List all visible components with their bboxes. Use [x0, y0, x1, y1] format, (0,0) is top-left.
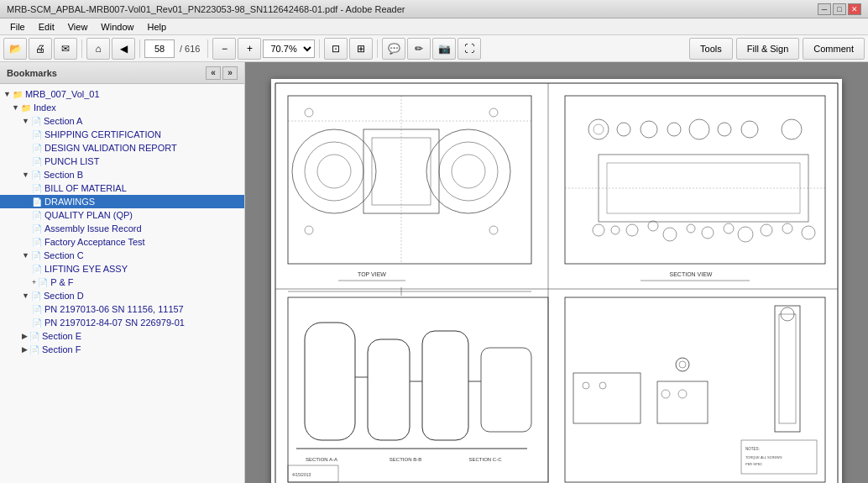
expand-icon-sectionB[interactable]: ▼ [22, 171, 29, 179]
fill-sign-button[interactable]: Fill & Sign [736, 38, 800, 60]
bookmark-sectionC[interactable]: ▼ 📄 Section C [0, 249, 244, 262]
print-button[interactable]: 🖨 [29, 38, 52, 60]
zoom-select[interactable]: 70.7% 50% 75% 100% 125% 150% [263, 39, 315, 58]
expand-icon-sectionD[interactable]: ▼ [22, 291, 29, 300]
menu-view[interactable]: View [61, 20, 95, 34]
total-pages: / 616 [176, 44, 203, 54]
bookmarks-tree: ▼ 📁 MRB_007_Vol_01 ▼ 📁 Index ▼ 📄 Section… [0, 84, 244, 483]
bookmark-label-lifting: LIFTING EYE ASSY [44, 264, 128, 274]
panel-controls: « » [206, 66, 238, 80]
bookmark-label-factory: Factory Acceptance Test [44, 237, 145, 247]
bookmark-quality[interactable]: 📄 QUALITY PLAN (QP) [0, 208, 244, 222]
back-button[interactable]: ◀ [112, 38, 135, 60]
bookmark-sectionB[interactable]: ▼ 📄 Section B [0, 168, 244, 181]
comment-panel-button[interactable]: Comment [803, 38, 865, 60]
bookmark-sectionE[interactable]: ▶ 📄 Section E [0, 329, 244, 343]
bookmark-bom[interactable]: 📄 BILL OF MATERIAL [0, 181, 244, 195]
bookmark-pf[interactable]: + 📄 P & F [0, 276, 244, 289]
bookmark-label-bom: BILL OF MATERIAL [44, 183, 127, 193]
folder-icon-sectionF: 📄 [29, 345, 39, 354]
main-content: Bookmarks « » ▼ 📁 MRB_007_Vol_01 ▼ 📁 Ind… [0, 62, 868, 483]
maximize-button[interactable]: □ [833, 3, 846, 15]
minimize-button[interactable]: ─ [818, 3, 831, 15]
bookmark-label-pf: P & F [50, 277, 73, 287]
bookmark-label-pn2: PN 2197012-84-07 SN 226979-01 [44, 318, 185, 328]
page-icon-design: 📄 [32, 144, 42, 153]
bookmark-label-sectionF: Section F [42, 344, 81, 354]
home-button[interactable]: ⌂ [86, 38, 110, 60]
snapshot-button[interactable]: 📷 [432, 38, 456, 60]
fullscreen-button[interactable]: ⛶ [458, 38, 481, 60]
toolbar-right: Tools Fill & Sign Comment [689, 38, 865, 60]
bookmark-sectionD[interactable]: ▼ 📄 Section D [0, 289, 244, 302]
bookmark-index[interactable]: ▼ 📁 Index [0, 101, 244, 114]
svg-text:SECTION VIEW: SECTION VIEW [670, 271, 713, 277]
email-button[interactable]: ✉ [54, 38, 77, 60]
bookmarks-panel: Bookmarks « » ▼ 📁 MRB_007_Vol_01 ▼ 📁 Ind… [0, 62, 245, 483]
expand-icon-sectionF[interactable]: ▶ [22, 345, 28, 354]
bookmark-lifting[interactable]: 📄 LIFTING EYE ASSY [0, 262, 244, 276]
toolbar: 📂 🖨 ✉ ⌂ ◀ / 616 − + 70.7% 50% 75% 100% 1… [0, 35, 868, 62]
panel-collapse-button[interactable]: « [206, 66, 221, 80]
bookmark-label-punch: PUNCH LIST [44, 156, 99, 166]
bookmark-label-sectionD: Section D [44, 291, 84, 301]
expand-icon-pf[interactable]: + [32, 278, 36, 286]
expand-icon-sectionE[interactable]: ▶ [22, 332, 28, 340]
bookmark-mrb007[interactable]: ▼ 📁 MRB_007_Vol_01 [0, 87, 244, 101]
page-icon-drawings: 📄 [32, 197, 42, 207]
svg-text:SECTION B-B: SECTION B-B [390, 457, 421, 462]
bookmark-factory[interactable]: 📄 Factory Acceptance Test [0, 235, 244, 249]
zoom-out-button[interactable]: − [212, 38, 236, 60]
bookmark-drawings[interactable]: 📄 DRAWINGS [0, 195, 244, 208]
svg-text:SECTION A-A: SECTION A-A [306, 457, 337, 462]
expand-icon-sectionA[interactable]: ▼ [22, 117, 29, 125]
markup-button[interactable]: ✏ [407, 38, 431, 60]
page-icon-assembly: 📄 [32, 224, 42, 234]
fit-page-button[interactable]: ⊡ [324, 38, 348, 60]
tools-button[interactable]: Tools [689, 38, 733, 60]
page-icon-factory: 📄 [32, 238, 42, 247]
bookmark-design[interactable]: 📄 DESIGN VALIDATION REPORT [0, 141, 244, 155]
expand-icon-sectionC[interactable]: ▼ [22, 251, 29, 260]
folder-icon-sectionC: 📄 [31, 251, 41, 260]
bookmark-sectionF[interactable]: ▶ 📄 Section F [0, 343, 244, 356]
page-icon-bom: 📄 [32, 184, 42, 193]
expand-icon-index[interactable]: ▼ [12, 103, 19, 112]
bookmark-label-sectionA: Section A [44, 116, 82, 126]
svg-text:PER SPEC: PER SPEC [745, 462, 762, 466]
bookmark-label-mrb007: MRB_007_Vol_01 [25, 89, 100, 99]
bookmark-punch[interactable]: 📄 PUNCH LIST [0, 155, 244, 168]
expand-icon-mrb007[interactable]: ▼ [3, 90, 11, 98]
page-number-input[interactable] [144, 39, 175, 58]
menu-window[interactable]: Window [94, 20, 140, 34]
bookmark-label-sectionE: Section E [42, 331, 81, 341]
fit-width-button[interactable]: ⊞ [349, 38, 373, 60]
bookmark-label-assembly: Assembly Issue Record [44, 223, 142, 234]
window-title: MRB-SCM_APBAL-MRB007-Vol01_Rev01_PN22305… [7, 4, 818, 14]
folder-icon-index: 📁 [21, 103, 31, 113]
window-controls: ─ □ ✕ [818, 3, 861, 15]
folder-icon-sectionB: 📄 [31, 171, 41, 180]
bookmark-pn2[interactable]: 📄 PN 2197012-84-07 SN 226979-01 [0, 316, 244, 329]
close-button[interactable]: ✕ [848, 3, 861, 15]
zoom-in-button[interactable]: + [238, 38, 261, 60]
menu-edit[interactable]: Edit [32, 20, 61, 34]
bookmark-sectionA[interactable]: ▼ 📄 Section A [0, 114, 244, 128]
bookmark-assembly[interactable]: 📄 Assembly Issue Record [0, 222, 244, 235]
panel-expand-button[interactable]: » [222, 66, 238, 80]
menu-file[interactable]: File [3, 20, 32, 34]
svg-text:SECTION C-C: SECTION C-C [469, 457, 503, 462]
bookmark-label-sectionB: Section B [44, 170, 83, 180]
comment-button[interactable]: 💬 [382, 38, 405, 60]
bookmark-label-quality: QUALITY PLAN (QP) [44, 210, 133, 220]
bookmark-shipping[interactable]: 📄 SHIPPING CERTIFICATION [0, 128, 244, 141]
pdf-page: TOP VIEW [271, 79, 842, 483]
menu-help[interactable]: Help [140, 20, 173, 34]
toolbar-separator-3 [207, 39, 208, 58]
pdf-view-area[interactable]: TOP VIEW [245, 62, 868, 483]
folder-icon-mrb007: 📁 [13, 90, 23, 99]
open-button[interactable]: 📂 [3, 38, 27, 60]
toolbar-separator-2 [139, 39, 140, 58]
bookmark-pn1[interactable]: 📄 PN 2197013-06 SN 11156, 11157 [0, 302, 244, 316]
page-icon-punch: 📄 [32, 157, 42, 166]
